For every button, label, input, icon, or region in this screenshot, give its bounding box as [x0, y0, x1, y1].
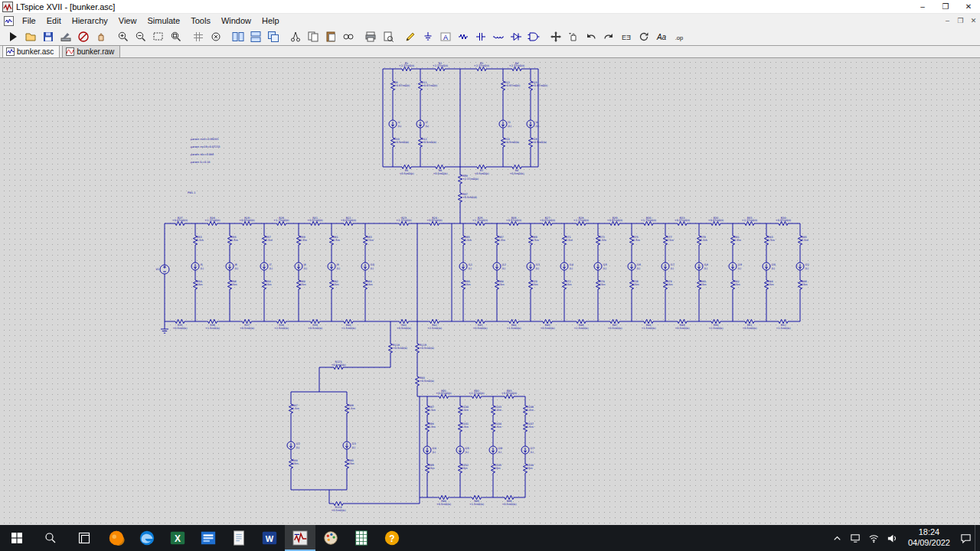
tray-hidden-icons-button[interactable] — [828, 525, 847, 551]
taskbar-app-excel[interactable]: X — [162, 525, 193, 551]
svg-text:(L): (L) — [337, 267, 341, 270]
menu-simulate[interactable]: Simulate — [142, 15, 185, 27]
mark-unconn-button[interactable] — [207, 28, 224, 45]
taskbar-app-word[interactable]: W — [254, 525, 285, 551]
notification-icon — [960, 533, 972, 544]
resistor-button[interactable] — [454, 28, 472, 45]
svg-text:15m: 15m — [566, 283, 572, 286]
window-maximize-button[interactable]: ❐ — [934, 0, 957, 14]
start-button[interactable] — [0, 525, 34, 551]
undo-button[interactable] — [582, 28, 599, 45]
ltspice-app-icon — [2, 2, 13, 12]
menu-view[interactable]: View — [113, 15, 142, 27]
edge-icon — [139, 530, 155, 546]
child-restore-button[interactable]: ❐ — [954, 17, 967, 24]
inductor-button[interactable] — [489, 28, 507, 45]
capacitor-button[interactable] — [472, 28, 489, 45]
taskbar-app-paint[interactable] — [315, 525, 346, 551]
redo-button[interactable] — [599, 28, 617, 45]
svg-text:1.5m: 1.5m — [465, 239, 472, 242]
taskbar-app-photos[interactable] — [193, 525, 224, 551]
child-minimize-button[interactable]: – — [941, 17, 954, 24]
cut-button[interactable] — [286, 28, 304, 45]
zoom-area-button[interactable] — [149, 28, 167, 45]
svg-text:+0.97mΩ(t): +0.97mΩ(t) — [532, 84, 548, 87]
svg-text:I11: I11 — [469, 263, 472, 266]
svg-text:+0.07mΩ(t): +0.07mΩ(t) — [341, 219, 357, 222]
mirror-button[interactable]: EƎ — [617, 28, 635, 45]
svg-text:1.5m: 1.5m — [802, 239, 808, 242]
taskbar-app-spreadsheet[interactable] — [346, 525, 377, 551]
svg-text:15m: 15m — [231, 283, 237, 286]
control-panel-button[interactable] — [57, 28, 74, 45]
tab-bunker-asc[interactable]: bunker.asc — [2, 45, 60, 57]
taskbar-search-button[interactable] — [34, 525, 67, 551]
find-icon — [342, 31, 354, 43]
wire-button[interactable] — [401, 28, 419, 45]
window-minimize-button[interactable]: – — [911, 0, 934, 14]
task-view-button[interactable] — [67, 525, 101, 551]
svg-text:+0.97mΩ(t): +0.97mΩ(t) — [501, 392, 518, 395]
tab-bunker-raw[interactable]: bunker.raw — [62, 45, 120, 57]
taskbar-clock[interactable]: 18:24 04/09/2022 — [902, 525, 956, 551]
svg-text:1.5m: 1.5m — [599, 239, 606, 242]
tray-volume-button[interactable] — [884, 525, 902, 551]
menu-window[interactable]: Window — [216, 15, 256, 27]
window-close-button[interactable]: ✕ — [957, 0, 980, 14]
svg-text:15m: 15m — [768, 283, 774, 286]
menu-tools[interactable]: Tools — [185, 15, 216, 27]
print-button[interactable] — [361, 28, 379, 45]
taskbar-app-firefox[interactable] — [101, 525, 132, 551]
taskbar-app-notepad[interactable] — [224, 525, 254, 551]
move-button[interactable] — [547, 28, 564, 45]
halt-button[interactable] — [74, 28, 92, 45]
tile-horz-button[interactable] — [247, 28, 264, 45]
paste-button[interactable] — [322, 28, 339, 45]
rotate-button[interactable] — [635, 28, 652, 45]
tray-display-button[interactable] — [847, 525, 865, 551]
open-button[interactable] — [21, 28, 39, 45]
svg-text:.op: .op — [675, 34, 682, 41]
svg-text:15m: 15m — [599, 283, 606, 286]
taskbar-app-help[interactable]: ? — [377, 525, 407, 551]
zoom-full-button[interactable] — [167, 28, 185, 45]
drag-button[interactable] — [564, 28, 582, 45]
svg-text:+2.37mΩ(t): +2.37mΩ(t) — [474, 64, 490, 67]
bunker-schematic[interactable]: .param mc0=0.99283.param mc19=0.07233.pa… — [0, 58, 980, 525]
pan-button[interactable] — [92, 28, 109, 45]
taskbar-app-edge[interactable] — [132, 525, 162, 551]
tray-network-button[interactable] — [865, 525, 884, 551]
child-close-button[interactable]: ✕ — [967, 17, 980, 24]
svg-text:1.5m: 1.5m — [367, 239, 374, 242]
menu-help[interactable]: Help — [256, 15, 285, 27]
svg-text:I16: I16 — [637, 263, 641, 266]
schematic-canvas[interactable]: .param mc0=0.99283.param mc19=0.07233.pa… — [0, 58, 980, 525]
ground-button[interactable] — [419, 28, 436, 45]
action-center-button[interactable] — [956, 525, 975, 551]
svg-text:I2: I2 — [426, 121, 428, 124]
taskbar-app-ltspice[interactable] — [285, 525, 315, 551]
diode-button[interactable] — [507, 28, 524, 45]
component-button[interactable] — [524, 28, 542, 45]
print-preview-button[interactable] — [379, 28, 397, 45]
label-net-button[interactable]: A — [436, 28, 454, 45]
spice-directive-button[interactable]: .op — [670, 28, 688, 45]
show-desktop-button[interactable] — [975, 525, 980, 551]
menu-hierarchy[interactable]: Hierarchy — [67, 15, 113, 27]
zoom-out-button[interactable] — [132, 28, 149, 45]
grid-button[interactable] — [189, 28, 207, 45]
svg-text:(L): (L) — [466, 451, 469, 454]
tile-vert-button[interactable] — [229, 28, 247, 45]
text-button[interactable]: Aa — [652, 28, 670, 45]
find-button[interactable] — [339, 28, 357, 45]
menu-edit[interactable]: Edit — [41, 15, 67, 27]
save-button[interactable] — [39, 28, 57, 45]
menu-file[interactable]: File — [17, 15, 41, 27]
run-button[interactable] — [4, 28, 21, 45]
zoom-in-button[interactable] — [114, 28, 132, 45]
svg-text:1.5m: 1.5m — [701, 239, 707, 242]
paint-icon — [322, 530, 339, 546]
cascade-button[interactable] — [264, 28, 282, 45]
copy-button[interactable] — [304, 28, 322, 45]
svg-text:I13: I13 — [536, 263, 540, 266]
